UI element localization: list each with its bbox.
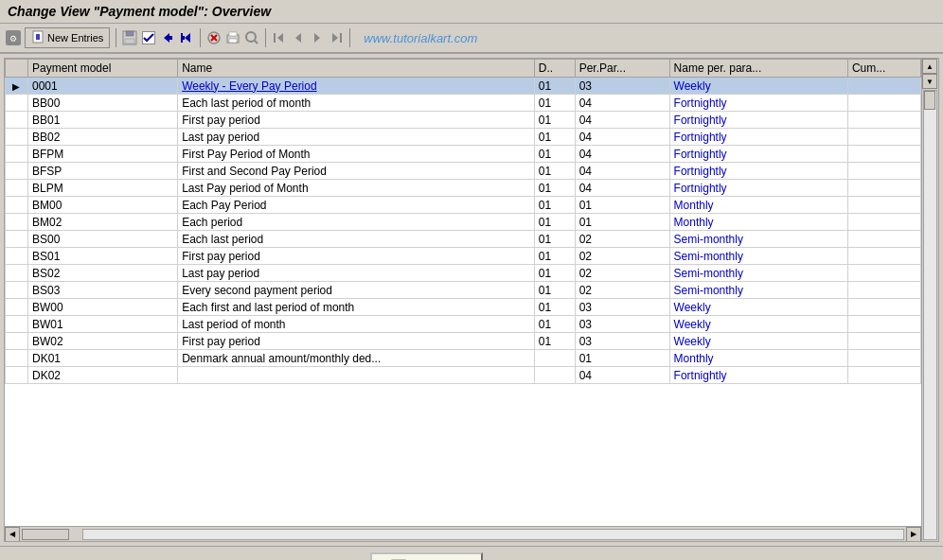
cell-cum [847,350,920,367]
table-row[interactable]: BFSPFirst and Second Pay Period0104Fortn… [6,163,921,180]
table-row[interactable]: BLPMLast Pay period of Month0104Fortnigh… [6,180,921,197]
cell-per-par: 02 [575,265,669,282]
cell-d: 01 [534,316,575,333]
vscroll-up-button[interactable]: ▲ [922,59,937,74]
row-selector-cell[interactable] [6,146,28,163]
table-row[interactable]: BS00Each last period0102Semi-monthly [6,231,921,248]
row-selector-cell[interactable] [6,299,28,316]
main-content: Payment model Name D.. Per.Par... Name p… [4,58,939,542]
table-row[interactable]: BS03Every second payment period0102Semi-… [6,282,921,299]
cell-name: Every second payment period [178,282,535,299]
row-selector-cell[interactable] [6,95,28,112]
table-row[interactable]: BW00Each first and last period of month0… [6,299,921,316]
save-icon[interactable] [122,30,137,45]
row-selector-cell[interactable] [6,163,28,180]
table-row[interactable]: BW02First pay period0103Weekly [6,333,921,350]
table-row[interactable]: BB00Each last period of month0104Fortnig… [6,95,921,112]
row-selector-cell[interactable] [6,265,28,282]
row-selector-cell[interactable] [6,367,28,384]
row-selector-cell[interactable] [6,180,28,197]
table-scroll-area[interactable]: Payment model Name D.. Per.Par... Name p… [5,59,921,526]
save-shortcut-icon[interactable] [141,30,156,45]
position-button[interactable]: Position... [370,552,483,560]
hscroll-thumb[interactable] [22,529,69,540]
hscroll-left-button[interactable]: ◀ [5,527,20,542]
table-row[interactable]: DK01Denmark annual amount/monthly ded...… [6,350,921,367]
cell-cum [847,163,920,180]
cell-name-per-para: Monthly [669,197,847,214]
row-selector-cell[interactable] [6,350,28,367]
table-body: ▶0001Weekly - Every Pay Period0103Weekly… [6,78,921,384]
cell-d: 01 [534,214,575,231]
exit-icon[interactable] [179,30,194,45]
table-row[interactable]: BW01Last period of month0103Weekly [6,316,921,333]
back-icon[interactable] [160,30,175,45]
cell-name: First pay period [178,248,535,265]
cell-name: Weekly - Every Pay Period [178,78,535,95]
row-selector-cell[interactable] [6,248,28,265]
svg-marker-26 [314,33,320,43]
row-selector-cell[interactable]: ▶ [6,78,28,95]
row-selector-cell[interactable] [6,197,28,214]
row-selector-cell[interactable] [6,214,28,231]
cell-per-par: 03 [575,316,669,333]
find-icon[interactable] [244,30,259,45]
cell-per-par: 04 [575,163,669,180]
table-row[interactable]: BM02Each period0101Monthly [6,214,921,231]
cell-d: 01 [534,163,575,180]
table-row[interactable]: BB01First pay period0104Fortnightly [6,112,921,129]
cell-per-par: 02 [575,231,669,248]
nav-next-icon[interactable] [310,30,325,45]
svg-rect-7 [126,31,133,36]
row-selector-cell[interactable] [6,333,28,350]
cell-per-par: 04 [575,180,669,197]
row-selector-cell[interactable] [6,129,28,146]
cell-cum [847,282,920,299]
new-entries-button[interactable]: New Entries [25,27,110,48]
cell-d [534,350,575,367]
vscroll-track [923,90,937,540]
hscroll-right-button[interactable]: ▶ [906,527,921,542]
table-row[interactable]: BS02Last pay period0102Semi-monthly [6,265,921,282]
cell-d [534,367,575,384]
new-entries-label: New Entries [47,32,103,44]
vscroll-thumb[interactable] [924,91,935,110]
bottom-bar: Position... Entry 1 of 117 [0,546,943,560]
table-row[interactable]: ▶0001Weekly - Every Pay Period0103Weekly [6,78,921,95]
cell-cum [847,333,920,350]
vscroll-down-button[interactable]: ▼ [922,74,937,89]
table-row[interactable]: BFPMFirst Pay Period of Month0104Fortnig… [6,146,921,163]
separator-3 [265,28,266,47]
cell-payment-model: DK01 [27,350,177,367]
col-selector [6,60,28,78]
cell-cum [847,112,920,129]
print-icon[interactable] [225,30,240,45]
cell-name-per-para: Semi-monthly [669,265,847,282]
table-row[interactable]: BM00Each Pay Period0101Monthly [6,197,921,214]
row-selector-cell[interactable] [6,231,28,248]
cell-name-per-para: Semi-monthly [669,231,847,248]
cell-name [178,367,535,384]
separator-4 [349,28,350,47]
row-selector-cell[interactable] [6,282,28,299]
table-row[interactable]: BS01First pay period0102Semi-monthly [6,248,921,265]
cell-payment-model: BS00 [27,231,177,248]
cell-name: Last Pay period of Month [178,180,535,197]
row-selector-cell[interactable] [6,316,28,333]
col-nameperpara-header: Name per. para... [669,60,847,78]
svg-marker-24 [277,33,283,43]
cell-name-per-para: Fortnightly [669,163,847,180]
cell-per-par: 03 [575,333,669,350]
row-selector-cell[interactable] [6,112,28,129]
nav-last-icon[interactable] [329,30,344,45]
nav-first-icon[interactable] [272,30,287,45]
horizontal-scrollbar[interactable]: ◀ ▶ [5,526,921,541]
cancel-icon[interactable] [206,30,222,45]
cell-payment-model: BFPM [27,146,177,163]
table-row[interactable]: BB02Last pay period0104Fortnightly [6,129,921,146]
cell-cum [847,129,920,146]
table-row[interactable]: DK0204Fortnightly [6,367,921,384]
new-entries-icon [31,30,44,45]
cell-payment-model: BLPM [27,180,177,197]
nav-prev-icon[interactable] [291,30,306,45]
